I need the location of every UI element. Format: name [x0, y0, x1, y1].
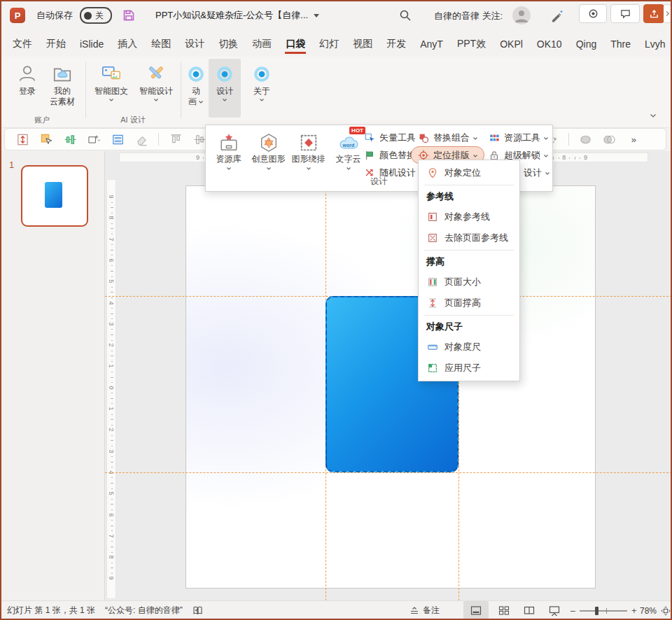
- comment-button[interactable]: [610, 4, 640, 23]
- slide-canvas[interactable]: 9876543210123456789 9876543210123456789: [105, 151, 672, 600]
- tab-开发[interactable]: 开发: [379, 31, 413, 57]
- tab-PPT效[interactable]: PPT效: [450, 31, 493, 57]
- account-text[interactable]: 自律的音律 关注:: [434, 10, 503, 22]
- search-icon[interactable]: [399, 9, 412, 24]
- expand-icon[interactable]: [664, 4, 671, 23]
- collapse-ribbon-icon[interactable]: [650, 108, 657, 121]
- smart-graphics-button[interactable]: 智能图文: [90, 60, 133, 102]
- zoom-out-button[interactable]: −: [570, 601, 575, 620]
- tab-口袋[interactable]: 口袋: [279, 31, 312, 57]
- menu-item-对象定位[interactable]: 对象定位: [419, 162, 519, 183]
- save-icon[interactable]: [122, 8, 136, 22]
- ruler-number: 9: [108, 577, 115, 580]
- panel-item-创意图形[interactable]: 创意图形: [248, 128, 288, 171]
- tab-Qing[interactable]: Qing: [569, 31, 604, 57]
- panel-item-资源工具[interactable]: 资源工具: [488, 129, 550, 146]
- tab-插入[interactable]: 插入: [111, 31, 144, 57]
- notes-label: 备注: [423, 605, 440, 617]
- record-button[interactable]: [579, 4, 607, 23]
- merge-shapes-icon[interactable]: [600, 131, 620, 148]
- title-bar: P 自动保存 关 PPT小知识&疑难杂症-公众号【自律... 自律的音律 关注:: [0, 0, 672, 31]
- tab-视图[interactable]: 视图: [346, 31, 379, 57]
- tab-label: 切换: [218, 38, 238, 50]
- normal-view-button[interactable]: [463, 601, 489, 620]
- tab-绘图[interactable]: 绘图: [144, 31, 178, 57]
- menu-item-对象参考线[interactable]: 对象参考线: [419, 206, 519, 227]
- ruler-number: 3: [108, 449, 115, 453]
- panel-item-文字云[interactable]: wordHOT文字云: [328, 128, 368, 171]
- align-objects-icon[interactable]: [60, 131, 80, 148]
- format-brush-icon[interactable]: [550, 8, 564, 25]
- panel-item-资源库[interactable]: 资源库: [209, 128, 248, 171]
- panel-item-矢量工具[interactable]: 矢量工具: [363, 129, 424, 146]
- pocket-design-button[interactable]: 设计: [209, 59, 241, 118]
- zoom-slider-handle[interactable]: [595, 607, 598, 615]
- tab-AnyT[interactable]: AnyT: [413, 31, 450, 57]
- slide-thumbnail[interactable]: [21, 165, 88, 227]
- align-top-icon[interactable]: [166, 131, 186, 148]
- layout-icon[interactable]: [108, 131, 127, 148]
- tab-开始[interactable]: 开始: [39, 31, 73, 57]
- menu-item-对象度尺[interactable]: 对象度尺: [419, 337, 519, 358]
- tab-Lvyh[interactable]: Lvyh: [638, 31, 672, 57]
- ruler-tick: [111, 244, 113, 245]
- reading-view-button[interactable]: [524, 601, 535, 620]
- menu-header-撑高: 撑高: [419, 252, 519, 272]
- tab-OKPl[interactable]: OKPl: [493, 31, 530, 57]
- toolbar-overflow-button[interactable]: »: [631, 134, 636, 145]
- ruler-tick: [111, 297, 113, 298]
- tab-动画[interactable]: 动画: [245, 31, 279, 57]
- zoom-in-button[interactable]: +: [631, 601, 637, 620]
- panel-item-图形绕排[interactable]: 图形绕排: [288, 128, 328, 171]
- tab-OK10[interactable]: OK10: [530, 31, 569, 57]
- slideshow-button[interactable]: [549, 601, 560, 620]
- slide-sorter-button[interactable]: [498, 601, 510, 620]
- tab-Thre[interactable]: Thre: [603, 31, 638, 57]
- format-eraser-icon[interactable]: [132, 131, 151, 148]
- zoom-level[interactable]: 78%: [640, 601, 657, 620]
- status-bar: 幻灯片 第 1 张，共 1 张 “公众号: 自律的音律” 备注 − + 78%: [0, 600, 672, 620]
- smart-design-button[interactable]: 智能设计: [134, 60, 178, 102]
- zoom-slider-center-tick: [606, 608, 607, 614]
- tab-文件[interactable]: 文件: [6, 31, 39, 57]
- menu-item-应用尺子[interactable]: 应用尺子: [419, 358, 519, 379]
- tab-label: iSlide: [80, 38, 104, 50]
- menu-item-页面大小[interactable]: 页面大小: [419, 272, 519, 293]
- object-guide-icon: [426, 211, 438, 223]
- menu-item-页面撑高[interactable]: 页面撑高: [419, 293, 519, 313]
- ruler-tick: [111, 393, 113, 393]
- notes-toggle[interactable]: 备注: [410, 601, 440, 620]
- tab-设计[interactable]: 设计: [178, 31, 211, 57]
- tab-幻灯[interactable]: 幻灯: [312, 31, 346, 57]
- chevron-down-icon[interactable]: [314, 14, 319, 17]
- footer-note: “公众号: 自律的音律”: [105, 605, 183, 617]
- tab-iSlide[interactable]: iSlide: [73, 31, 111, 57]
- spellcheck-icon[interactable]: [192, 605, 203, 616]
- autosave-toggle[interactable]: 关: [80, 7, 112, 24]
- tab-label: 插入: [118, 38, 137, 50]
- fit-window-button[interactable]: [661, 601, 671, 620]
- shape-icon[interactable]: [576, 131, 596, 148]
- share-button[interactable]: [643, 4, 664, 23]
- tab-切换[interactable]: 切换: [211, 31, 245, 57]
- cloud-materials-button[interactable]: 我的 云素材: [43, 60, 81, 107]
- zoom-in-label: +: [631, 605, 637, 616]
- smart-design-icon: [146, 60, 167, 84]
- ruler-tick: [559, 157, 559, 159]
- pocket-circle-icon: [252, 60, 272, 84]
- avatar[interactable]: [512, 6, 531, 24]
- vertical-ruler[interactable]: 9876543210123456789: [106, 179, 116, 599]
- panel-item-label: 图形绕排: [292, 153, 326, 165]
- login-button[interactable]: 登录: [11, 60, 43, 97]
- horizontal-guide[interactable]: [105, 472, 672, 473]
- pocket-animation-button[interactable]: 动 画: [183, 60, 209, 107]
- height-adjust-icon[interactable]: [13, 131, 32, 148]
- pocket-about-button[interactable]: 关于: [246, 60, 277, 102]
- tab-label: 动画: [252, 38, 272, 50]
- insert-frame-icon[interactable]: [84, 131, 104, 148]
- select-object-icon[interactable]: [36, 131, 56, 148]
- panel-item-替换组合[interactable]: 替换组合: [417, 129, 484, 146]
- zoom-slider-track[interactable]: [580, 610, 627, 612]
- menu-item-去除页面参考线[interactable]: 去除页面参考线: [419, 227, 519, 248]
- ruler-number: 6: [108, 513, 115, 516]
